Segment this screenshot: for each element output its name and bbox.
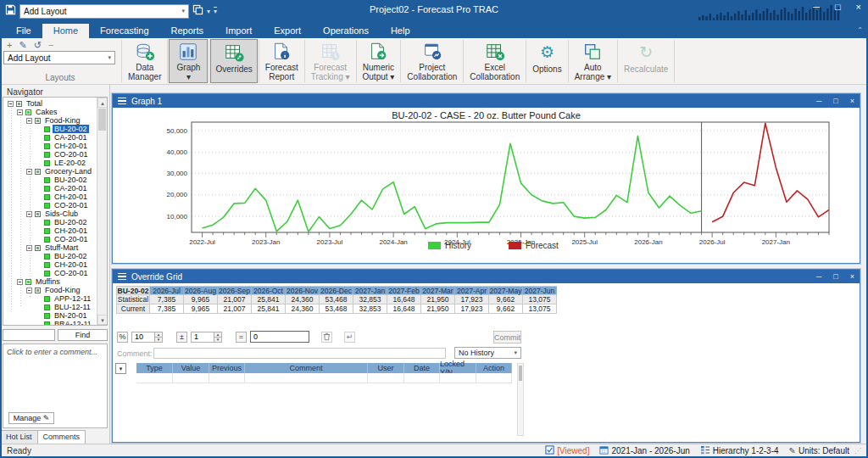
remove-layout-icon[interactable]: − [48,40,53,51]
tree-node-bn-20-01[interactable]: BN-20-01 [3,311,96,320]
tree-node-ch-20-01[interactable]: CH-20-01 [3,260,96,269]
forecast-report-button[interactable]: Forecast Report [260,39,303,83]
tree-node-ca-20-01[interactable]: CA-20-01 [3,133,96,142]
grid-cell[interactable]: 7,385 [150,304,184,314]
spin-down-icon[interactable]: ▼ [155,338,163,343]
undo-layout-icon[interactable]: ↺ [34,40,42,51]
collapse-icon[interactable] [26,288,32,293]
tab-file[interactable]: File [5,24,42,38]
tree-node-total[interactable]: Total [3,99,96,108]
tree-node-ca-20-01[interactable]: CA-20-01 [3,184,96,193]
tree-node-co-20-01[interactable]: CO-20-01 [3,235,96,243]
window-menu-icon[interactable] [118,273,126,280]
window-menu-icon[interactable] [118,98,126,104]
grid-cell[interactable]: 53,468 [320,295,353,304]
scrollbar-thumb[interactable] [98,109,106,131]
grid-cell[interactable]: 24,360 [286,304,320,314]
grid-cell[interactable]: 21,007 [218,295,252,304]
spin-down-icon[interactable]: ▼ [214,338,222,343]
close-button[interactable]: × [850,272,854,281]
grid-cell[interactable]: 25,841 [252,304,286,314]
history-select[interactable]: No History ▾ [454,347,521,359]
grid-cell[interactable]: 24,360 [286,295,320,304]
grid-cell[interactable]: 16,648 [387,304,421,314]
tree-node-co-20-01[interactable]: CO-20-01 [3,201,96,209]
grid-cell[interactable]: 13,075 [523,304,557,314]
tree-node-app-12-11[interactable]: APP-12-11 [3,294,96,303]
grid-cell[interactable]: 17,923 [455,304,489,314]
apply-override-button[interactable]: ↵ [344,332,355,343]
overrides-button[interactable]: Overrides [210,39,257,83]
status-item-viewed-checkbox[interactable]: [Viewed] [545,445,589,456]
action-column-user[interactable]: User [368,363,404,373]
collapse-icon[interactable] [26,169,32,175]
tree-node-bu-20-02[interactable]: BU-20-02 [3,218,96,226]
override-comment-input[interactable] [153,348,446,359]
tab-home[interactable]: Home [42,24,89,38]
grid-cell[interactable]: 17,923 [455,295,489,304]
grid-cell[interactable]: 21,950 [421,295,455,304]
grid-cell[interactable]: 32,853 [353,304,387,314]
find-input[interactable] [3,329,55,341]
tree-node-muffins[interactable]: Muffins [3,277,96,286]
override-grid-table[interactable]: BU-20-022026-Jul2026-Aug2026-Sep2026-Oct… [116,286,557,314]
tree-node-blu-12-11[interactable]: BLU-12-11 [3,303,96,311]
minimize-button[interactable]: ─ [813,2,820,12]
minimize-button[interactable]: ─ [816,97,821,105]
tab-reports[interactable]: Reports [160,24,215,38]
collapse-icon[interactable] [26,118,32,124]
tree-node-le-20-02[interactable]: LE-20-02 [3,159,96,167]
layouts-combo[interactable]: Add Layout ▾ [3,51,115,64]
tree-node-grocery-land[interactable]: Grocery-Land [3,167,96,176]
nav-tab-comments[interactable]: Comments [38,430,86,444]
nav-tab-hot-list[interactable]: Hot List [0,430,38,444]
action-column-action[interactable]: Action [476,363,512,373]
grid-cell[interactable]: 9,662 [489,304,523,314]
action-table-scrollbar[interactable] [517,363,524,436]
collapse-icon[interactable] [26,245,32,251]
tab-forecasting[interactable]: Forecasting [89,24,159,38]
tree-node-co-20-01[interactable]: CO-20-01 [3,150,96,159]
grid-cell[interactable]: 9,965 [184,304,218,314]
grid-cell[interactable]: 7,385 [150,295,184,304]
grid-cell[interactable]: 53,468 [320,304,353,314]
auto-arrange-button[interactable]: Auto Arrange ▾ [570,39,616,83]
grid-cell[interactable]: 25,841 [252,295,286,304]
collapse-icon[interactable] [8,101,14,107]
action-column-locked-y-n[interactable]: Locked Y/N [440,363,476,373]
grid-cell[interactable]: 13,075 [523,295,557,304]
find-button[interactable]: Find [58,329,108,341]
data-manager-button[interactable]: Data Manager [123,39,166,83]
tree-node-food-king[interactable]: Food-King [3,116,96,125]
equals-button[interactable]: = [236,332,247,343]
comment-box[interactable]: Click to enter a comment... Manage ✎ [3,344,108,428]
action-column-comment[interactable]: Comment [245,363,368,373]
commit-button[interactable]: Commit [493,331,521,344]
override-window-titlebar[interactable]: Override Grid ─ □ × [113,270,860,283]
tree-node-bu-20-02[interactable]: BU-20-02 [3,176,96,184]
action-column-type[interactable]: Type [136,363,173,373]
add-layout-icon[interactable]: + [7,40,12,51]
grid-cell[interactable]: 9,662 [489,295,523,304]
tree-node-bra-12-11[interactable]: BRA-12-11 [3,320,96,326]
action-column-date[interactable]: Date [404,363,440,373]
manage-button[interactable]: Manage ✎ [8,412,54,424]
percent-input[interactable] [131,332,155,343]
grid-cell[interactable]: 21,950 [421,304,455,314]
tree-node-sids-club[interactable]: Sids-Club [3,209,96,218]
close-button[interactable]: × [856,2,861,12]
spin-up-icon[interactable]: ▲ [214,332,222,338]
percent-button[interactable]: % [117,332,128,343]
grid-cell[interactable]: 32,853 [353,295,387,304]
delete-override-button[interactable] [321,332,332,343]
tab-export[interactable]: Export [263,24,312,38]
tree-node-co-20-01[interactable]: CO-20-01 [3,269,96,277]
project-collaboration-button[interactable]: Project Collaboration [402,39,462,83]
resize-grip[interactable]: ⋰ [854,447,861,455]
collapse-icon[interactable] [17,109,23,115]
plusminus-input[interactable] [191,332,214,343]
tree-node-food-king[interactable]: Food-King [3,286,96,294]
collapse-ribbon-icon[interactable]: ⌃ [857,26,863,34]
tree-node-stuff-mart[interactable]: Stuff-Mart [3,243,96,252]
scroll-down-icon[interactable]: ▼ [97,315,108,325]
